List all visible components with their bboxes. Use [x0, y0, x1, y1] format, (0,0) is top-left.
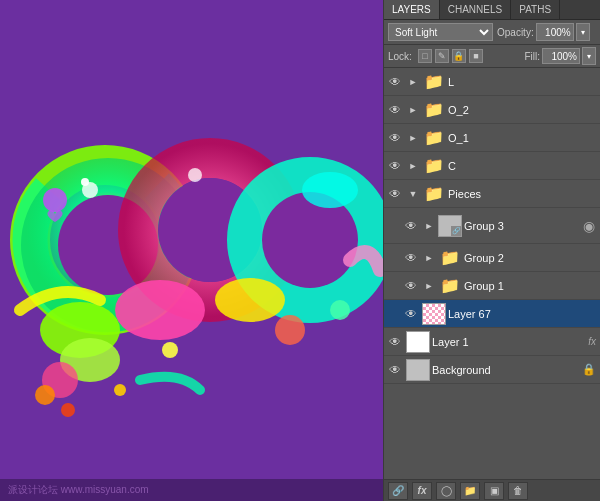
- layer-thumbnail: 📁: [422, 99, 446, 121]
- blend-mode-row: Soft Light Normal Multiply Screen Overla…: [384, 20, 600, 45]
- layer-fx-label: fx: [588, 336, 596, 347]
- lock-position-icon[interactable]: 🔒: [452, 49, 466, 63]
- canvas-area: [0, 0, 383, 501]
- fill-arrow[interactable]: ▾: [582, 47, 596, 65]
- layer-row[interactable]: 👁 ► 🔗 Group 3 ◉: [384, 208, 600, 244]
- svg-point-12: [215, 278, 285, 322]
- visibility-icon[interactable]: 👁: [386, 129, 404, 147]
- fill-input[interactable]: [542, 48, 580, 64]
- layers-list[interactable]: 👁 ► 📁 L 👁 ► 📁 O_2 👁 ► 📁 O_1 👁 ► 📁 C: [384, 68, 600, 479]
- svg-point-8: [262, 192, 358, 288]
- lock-row: Lock: □ ✎ 🔒 ■ Fill: ▾: [384, 45, 600, 68]
- layer-thumbnail: 📁: [422, 183, 446, 205]
- layer-thumbnail: [406, 331, 430, 353]
- link-layers-button[interactable]: 🔗: [388, 482, 408, 500]
- expand-arrow[interactable]: ►: [422, 279, 436, 293]
- lock-icons: □ ✎ 🔒 ■: [418, 49, 483, 63]
- opacity-group: Opacity: ▾: [497, 23, 590, 41]
- layer-name: Group 2: [464, 252, 598, 264]
- visibility-icon[interactable]: 👁: [386, 361, 404, 379]
- expand-arrow[interactable]: ►: [406, 159, 420, 173]
- fill-group: Fill: ▾: [524, 47, 596, 65]
- layer-row-selected[interactable]: 👁 Layer 67: [384, 300, 600, 328]
- layer-thumbnail: 📁: [422, 155, 446, 177]
- svg-point-15: [162, 342, 178, 358]
- lock-all-icon[interactable]: ■: [469, 49, 483, 63]
- blend-mode-select[interactable]: Soft Light Normal Multiply Screen Overla…: [388, 23, 493, 41]
- svg-point-14: [43, 188, 67, 212]
- new-group-button[interactable]: 📁: [460, 482, 480, 500]
- expand-arrow[interactable]: ►: [406, 103, 420, 117]
- layer-row-background[interactable]: 👁 Background 🔒: [384, 356, 600, 384]
- add-mask-button[interactable]: ◯: [436, 482, 456, 500]
- opacity-input[interactable]: [536, 23, 574, 41]
- svg-point-23: [35, 385, 55, 405]
- svg-point-22: [188, 168, 202, 182]
- svg-point-16: [275, 315, 305, 345]
- visibility-icon[interactable]: 👁: [386, 73, 404, 91]
- layer-row[interactable]: 👁 ► 📁 Group 2: [384, 244, 600, 272]
- visibility-icon[interactable]: 👁: [402, 277, 420, 295]
- expand-arrow[interactable]: ▼: [406, 187, 420, 201]
- layers-panel: LAYERS CHANNELS PATHS Soft Light Normal …: [383, 0, 600, 501]
- group3-options-icon[interactable]: ◉: [580, 217, 598, 235]
- tab-paths[interactable]: PATHS: [511, 0, 560, 19]
- layer-thumbnail: [406, 359, 430, 381]
- visibility-icon[interactable]: 👁: [402, 305, 420, 323]
- svg-point-17: [330, 300, 350, 320]
- layer-name: L: [448, 76, 598, 88]
- tab-channels[interactable]: CHANNELS: [440, 0, 511, 19]
- watermark-left: 派设计论坛 www.missyuan.com: [8, 483, 149, 497]
- layer-name: Pieces: [448, 188, 598, 200]
- layer-thumbnail: 📁: [422, 71, 446, 93]
- layer-thumbnail: 🔗: [438, 215, 462, 237]
- layer-row[interactable]: 👁 ► 📁 O_1: [384, 124, 600, 152]
- svg-point-19: [114, 384, 126, 396]
- layer-name: O_1: [448, 132, 598, 144]
- add-style-button[interactable]: fx: [412, 482, 432, 500]
- expand-arrow[interactable]: ►: [422, 219, 436, 233]
- layer-name: Group 1: [464, 280, 598, 292]
- visibility-icon[interactable]: 👁: [386, 101, 404, 119]
- lock-transparent-icon[interactable]: □: [418, 49, 432, 63]
- svg-point-24: [61, 403, 75, 417]
- layer-name: Layer 1: [432, 336, 586, 348]
- layer-thumbnail: 📁: [438, 275, 462, 297]
- visibility-icon[interactable]: 👁: [386, 157, 404, 175]
- layer-row[interactable]: 👁 ► 📁 C: [384, 152, 600, 180]
- visibility-icon[interactable]: 👁: [386, 185, 404, 203]
- opacity-arrow[interactable]: ▾: [576, 23, 590, 41]
- layer-thumbnail: 📁: [438, 247, 462, 269]
- visibility-icon[interactable]: 👁: [402, 249, 420, 267]
- delete-layer-button[interactable]: 🗑: [508, 482, 528, 500]
- layer-row[interactable]: 👁 ► 📁 L: [384, 68, 600, 96]
- lock-pixels-icon[interactable]: ✎: [435, 49, 449, 63]
- new-layer-button[interactable]: ▣: [484, 482, 504, 500]
- layer-thumbnail: [422, 303, 446, 325]
- layer-name: Layer 67: [448, 308, 598, 320]
- visibility-icon[interactable]: 👁: [402, 217, 420, 235]
- layer-row[interactable]: 👁 ► 📁 Group 1: [384, 272, 600, 300]
- panel-tabs: LAYERS CHANNELS PATHS: [384, 0, 600, 20]
- tab-layers[interactable]: LAYERS: [384, 0, 440, 19]
- svg-point-21: [81, 178, 89, 186]
- expand-arrow[interactable]: ►: [406, 75, 420, 89]
- panel-bottom: 🔗 fx ◯ 📁 ▣ 🗑: [384, 479, 600, 501]
- watermark: 派设计论坛 www.missyuan.com: [0, 479, 383, 501]
- layer-row[interactable]: 👁 ► 📁 O_2: [384, 96, 600, 124]
- layer-row[interactable]: 👁 ▼ 📁 Pieces: [384, 180, 600, 208]
- visibility-icon[interactable]: 👁: [386, 333, 404, 351]
- fill-label: Fill:: [524, 51, 540, 62]
- lock-icon: 🔒: [582, 363, 596, 376]
- expand-arrow[interactable]: ►: [406, 131, 420, 145]
- lock-label: Lock:: [388, 51, 412, 62]
- layer-name: O_2: [448, 104, 598, 116]
- svg-point-11: [115, 280, 205, 340]
- layer-thumbnail: 📁: [422, 127, 446, 149]
- layer-row[interactable]: 👁 Layer 1 fx: [384, 328, 600, 356]
- layer-name: Group 3: [464, 220, 578, 232]
- expand-arrow[interactable]: ►: [422, 251, 436, 265]
- layer-name: Background: [432, 364, 580, 376]
- svg-point-13: [302, 172, 358, 208]
- layer-name: C: [448, 160, 598, 172]
